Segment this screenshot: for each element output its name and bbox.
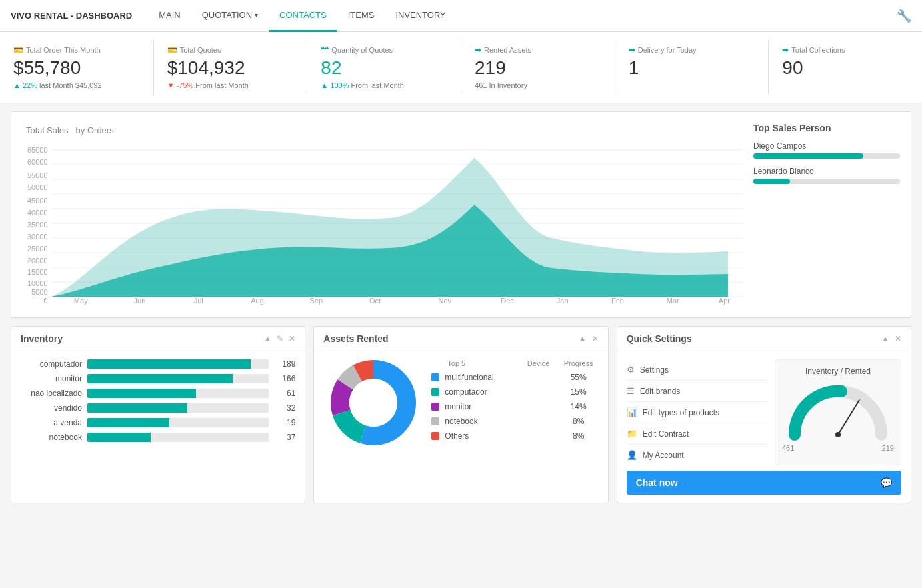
navbar: VIVO RENTAL - DASHBOARD MAIN QUOTATION▾ …: [0, 0, 922, 32]
collections-icon: ➡: [782, 45, 789, 55]
nav-item-inventory[interactable]: INVENTORY: [385, 0, 456, 32]
qs-close-icon[interactable]: ✕: [895, 334, 901, 343]
svg-text:Apr: Apr: [719, 297, 731, 305]
svg-text:Aug: Aug: [251, 297, 264, 305]
svg-text:0: 0: [43, 297, 47, 305]
list-item: multifuncional 55%: [431, 373, 598, 382]
gauge-svg: [785, 381, 891, 441]
kpi-qty-quotes: ❝❝ Quantity of Quotes 82 ▲ 100% From las…: [307, 40, 461, 95]
sales-person-1: Diego Campos: [753, 141, 900, 159]
kpi-rented-sub: 461 In Inventory: [475, 81, 527, 89]
legend-dot-notebook: [431, 417, 439, 425]
svg-text:35000: 35000: [27, 221, 48, 229]
qs-collapse-icon[interactable]: ▲: [881, 334, 889, 343]
brand-label[interactable]: VIVO RENTAL - DASHBOARD: [11, 11, 132, 21]
types-icon: 📊: [627, 407, 637, 417]
quick-settings-title: Quick Settings: [627, 333, 881, 344]
gauge-left-label: 461: [782, 444, 794, 452]
qs-item-edit-contract[interactable]: 📁 Edit Contract: [627, 423, 767, 445]
nav-item-contacts[interactable]: CONTACTS: [269, 0, 337, 32]
chat-now-button[interactable]: Chat now 💬: [627, 471, 901, 495]
svg-text:May: May: [74, 297, 89, 305]
kpi-qty-quotes-value: 82: [321, 57, 447, 79]
account-icon: 👤: [627, 450, 637, 460]
sales-title: Total Sales by Orders: [22, 123, 743, 137]
legend-dot-computador: [431, 388, 439, 396]
svg-text:Dec: Dec: [501, 297, 514, 305]
area-chart: 65000 60000 55000 50000 45000 40000 3500…: [22, 145, 743, 305]
assets-body: Top 5 Device Progress multifuncional 55%…: [314, 351, 607, 454]
kpi-delivery: ➡ Delivery for Today 1: [615, 40, 769, 95]
nav-item-main[interactable]: MAIN: [148, 0, 191, 32]
kpi-total-order: 💳 Total Order This Month $55,780 ▲ 22% l…: [0, 40, 154, 95]
quick-settings-body: ⚙ Settings ☰ Edit brands 📊 Edit types of…: [617, 351, 911, 503]
brands-icon: ☰: [627, 386, 635, 396]
chevron-down-icon: ▾: [255, 11, 258, 19]
qs-item-edit-brands[interactable]: ☰ Edit brands: [627, 381, 767, 402]
kpi-total-quotes: 💳 Total Quotes $104,932 ▼ -75% From last…: [154, 40, 308, 95]
kpi-collections: ➡ Total Collections 90: [769, 40, 922, 95]
kpi-rented-assets: ➡ Rented Assets 219 461 In Inventory: [461, 40, 615, 95]
svg-text:65000: 65000: [27, 147, 48, 154]
legend-dot-multifuncional: [431, 373, 439, 381]
donut-chart: [323, 359, 423, 446]
legend-dot-others: [431, 432, 439, 440]
donut-svg: [330, 359, 417, 446]
inventory-collapse-icon[interactable]: ▲: [263, 334, 271, 343]
kpi-quotes-sub: From last Month: [195, 81, 248, 89]
order-icon: 💳: [13, 45, 23, 55]
quick-settings-card: Quick Settings ▲ ✕ ⚙ Settings ☰ E: [617, 326, 911, 503]
list-item: notebook 37: [21, 433, 295, 442]
assets-collapse-icon[interactable]: ▲: [579, 334, 587, 343]
svg-text:Feb: Feb: [611, 297, 624, 305]
wrench-icon[interactable]: 🔧: [897, 9, 911, 23]
list-item: computador 15%: [431, 387, 598, 397]
svg-text:Jul: Jul: [194, 297, 203, 305]
svg-text:Sep: Sep: [309, 297, 323, 305]
kpi-order-sub: last Month $45,092: [39, 81, 102, 89]
legend-top5: Top 5: [431, 359, 518, 367]
sales-person-2-bar: [753, 179, 790, 184]
qs-menu: ⚙ Settings ☰ Edit brands 📊 Edit types of…: [627, 359, 767, 465]
list-item: a venda 19: [21, 418, 295, 427]
kpi-rented-value: 219: [475, 57, 601, 79]
gauge-title: Inventory / Rented: [805, 367, 871, 376]
contract-icon: 📁: [627, 429, 637, 439]
kpi-total-quotes-value: $104,932: [167, 57, 294, 79]
kpi-strip: 💳 Total Order This Month $55,780 ▲ 22% l…: [0, 32, 922, 103]
svg-point-44: [835, 432, 841, 437]
list-item: computador 189: [21, 359, 295, 369]
kpi-quotes-down: ▼ -75%: [167, 81, 194, 89]
inventory-close-icon[interactable]: ✕: [289, 334, 295, 343]
qs-item-settings[interactable]: ⚙ Settings: [627, 359, 767, 381]
chart-area: Total Sales by Orders 65000 60000 55000 …: [22, 123, 743, 307]
list-item: vendido 32: [21, 403, 295, 413]
top-sales-area: Top Sales Person Diego Campos Leonardo B…: [753, 123, 900, 307]
kpi-delivery-value: 1: [629, 57, 755, 79]
gauge-area: Inventory / Rented 461 219: [775, 359, 901, 465]
list-item: Others 8%: [431, 431, 598, 441]
inventory-card: Inventory ▲ ✎ ✕ computador 189 monitor 1…: [11, 326, 305, 503]
kpi-collections-value: 90: [782, 57, 909, 79]
bottom-row: Inventory ▲ ✎ ✕ computador 189 monitor 1…: [11, 326, 911, 503]
legend-progress-header: Progress: [559, 359, 599, 367]
svg-text:40000: 40000: [27, 209, 48, 217]
inventory-card-title: Inventory: [21, 333, 263, 344]
assets-rented-title: Assets Rented: [323, 333, 578, 344]
nav-item-items[interactable]: ITEMS: [337, 0, 385, 32]
quotes-icon: 💳: [167, 45, 177, 55]
svg-text:Mar: Mar: [667, 297, 679, 305]
top-sales-title: Top Sales Person: [753, 123, 900, 133]
svg-text:15000: 15000: [27, 269, 48, 276]
sales-person-2: Leonardo Blanco: [753, 167, 900, 184]
gauge-right-label: 219: [882, 444, 894, 452]
inventory-edit-icon[interactable]: ✎: [277, 334, 283, 343]
nav-item-quotation[interactable]: QUOTATION▾: [191, 0, 269, 32]
qs-item-my-account[interactable]: 👤 My Account: [627, 445, 767, 465]
qs-item-edit-types[interactable]: 📊 Edit types of products: [627, 402, 767, 423]
svg-line-43: [838, 400, 859, 435]
kpi-qty-up: ▲ 100%: [321, 81, 349, 89]
rented-icon: ➡: [475, 45, 481, 55]
svg-text:60000: 60000: [27, 159, 48, 166]
assets-close-icon[interactable]: ✕: [592, 334, 599, 343]
